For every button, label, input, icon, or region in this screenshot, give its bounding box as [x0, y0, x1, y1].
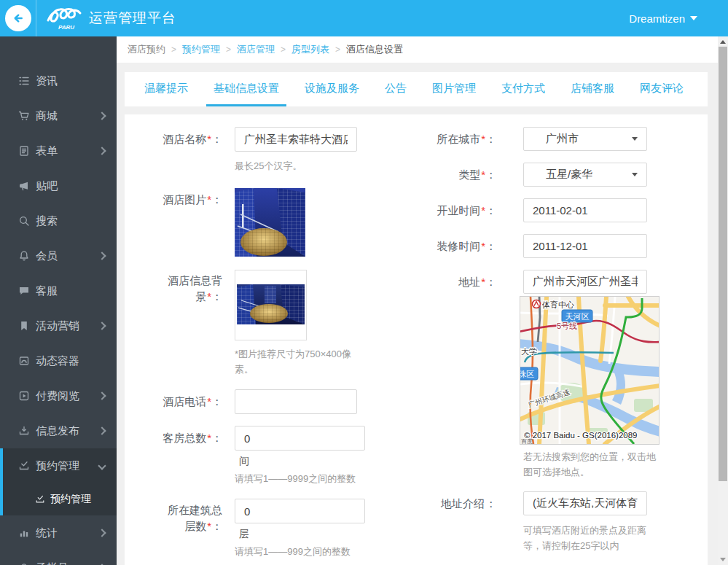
account-icon	[18, 562, 30, 565]
chevron-right-icon	[98, 426, 106, 435]
sidebar-item-label: 搜索	[36, 214, 58, 228]
breadcrumb-separator: >	[335, 44, 340, 55]
floor-total-unit: 层	[239, 528, 249, 541]
user-menu[interactable]: Dreamtizen	[629, 0, 697, 36]
publish-icon	[18, 425, 30, 437]
sidebar: 资讯商城表单贴吧搜索会员客服活动营销动态容器付费阅览信息发布预约管理预约管理统计…	[0, 36, 117, 565]
sidebar-item-6[interactable]: 客服	[0, 273, 117, 308]
sidebar-item-label: 信息发布	[36, 424, 79, 438]
tab-0[interactable]: 温馨提示	[137, 72, 195, 106]
sidebar-item-3[interactable]: 贴吧	[0, 168, 117, 203]
address-input[interactable]	[523, 270, 647, 294]
cart-icon	[18, 110, 30, 122]
sidebar-item-5[interactable]: 会员	[0, 238, 117, 273]
stats-icon	[18, 527, 30, 539]
breadcrumb-item-4: 酒店信息设置	[346, 43, 403, 56]
sidebar-item-13[interactable]: 子帐号	[0, 550, 117, 565]
sidebar-item-label: 统计	[36, 526, 58, 540]
hotel-bg-label: 酒店信息背景*：	[158, 273, 222, 305]
sidebar-item-4[interactable]: 搜索	[0, 203, 117, 238]
room-total-input[interactable]	[235, 426, 365, 451]
map-label-line5: 5号线	[557, 322, 577, 330]
breadcrumb-item-1[interactable]: 预约管理	[182, 43, 220, 56]
hotel-phone-input[interactable]	[235, 389, 357, 414]
hotel-info-form: 酒店名称*： 最长25个汉字。 酒店图片*：	[125, 114, 708, 565]
chevron-right-icon	[98, 322, 106, 330]
app-window: PARU 运营管理平台 Dreamtizen 资讯商城表单贴吧搜索会员客服活动营…	[0, 0, 728, 565]
renovate-date-input[interactable]	[523, 234, 647, 258]
tab-5[interactable]: 支付方式	[494, 72, 552, 106]
sidebar-item-label: 资讯	[36, 74, 58, 88]
sidebar-item-10[interactable]: 信息发布	[0, 413, 117, 448]
brand: PARU 运营管理平台	[47, 0, 176, 36]
scrollbar-thumb[interactable]	[719, 47, 727, 481]
scroll-down-arrow-icon[interactable]	[720, 558, 726, 561]
open-date-input[interactable]	[523, 198, 647, 222]
address-intro-input[interactable]	[523, 491, 647, 515]
sidebar-item-2[interactable]: 表单	[0, 133, 117, 168]
sidebar-item-label: 贴吧	[36, 179, 58, 193]
map-label-university: 大学	[521, 347, 537, 356]
sidebar-item-9[interactable]: 付费阅览	[0, 378, 117, 413]
breadcrumb-separator: >	[171, 44, 176, 55]
scroll-up-arrow-icon[interactable]	[720, 40, 726, 44]
city-select[interactable]: 广州市	[523, 127, 647, 151]
hotel-bg-photo[interactable]	[235, 270, 307, 340]
back-arrow-icon	[12, 12, 25, 25]
hotel-photo[interactable]	[235, 188, 305, 257]
form-icon	[18, 145, 30, 157]
map-hint: 若无法搜索到您的位置，双击地图可选择地点。	[523, 449, 660, 480]
breadcrumb: 酒店预约>预约管理>酒店管理>房型列表>酒店信息设置	[117, 36, 718, 63]
vertical-scrollbar[interactable]	[718, 36, 728, 565]
room-total-unit: 间	[239, 455, 249, 468]
sidebar-item-0[interactable]: 资讯	[0, 63, 117, 98]
tab-bar: 温馨提示基础信息设置设施及服务公告图片管理支付方式店铺客服网友评论	[125, 72, 708, 106]
address-label: 地址*：	[409, 270, 496, 294]
type-select-caret-icon	[632, 173, 638, 176]
hotel-name-hint: 最长25个汉字。	[235, 158, 302, 174]
sidebar-item-label: 动态容器	[36, 354, 79, 368]
breadcrumb-item-3[interactable]: 房型列表	[291, 43, 329, 56]
breadcrumb-item-0: 酒店预约	[128, 43, 165, 56]
chevron-right-icon	[98, 112, 106, 120]
chevron-right-icon	[98, 529, 106, 537]
back-button[interactable]	[5, 5, 31, 31]
sidebar-item-label: 会员	[36, 249, 58, 263]
type-select[interactable]: 五星/豪华	[523, 163, 647, 187]
floor-total-input[interactable]	[235, 499, 365, 523]
search-icon	[18, 215, 30, 227]
map-label-stadium: 体育中心	[541, 300, 574, 309]
map-label-district2: 珠区	[520, 370, 534, 378]
chat-icon	[18, 285, 30, 297]
bell-icon	[18, 250, 30, 262]
tab-7[interactable]: 网友评论	[633, 72, 691, 106]
sidebar-item-11[interactable]: 预约管理	[0, 448, 117, 483]
sidebar-subitem-11-0[interactable]: 预约管理	[0, 483, 117, 515]
hotel-name-input[interactable]	[235, 127, 357, 152]
baidu-map[interactable]: 体育中心 天河区 5号线 大学 珠区 广州环城高速 百度 © 2017 Baid…	[520, 296, 659, 445]
room-total-label: 客房总数*：	[158, 426, 222, 451]
chevron-down-icon	[98, 461, 106, 469]
city-select-value: 广州市	[546, 132, 632, 146]
tab-4[interactable]: 图片管理	[425, 72, 483, 106]
sidebar-item-8[interactable]: 动态容器	[0, 343, 117, 378]
brand-logo-subtext: PARU	[58, 24, 74, 31]
tab-2[interactable]: 设施及服务	[297, 72, 367, 106]
user-name: Dreamtizen	[629, 12, 685, 25]
brand-title: 运营管理平台	[89, 9, 176, 28]
map-label-district: 天河区	[565, 312, 590, 321]
tab-6[interactable]: 店铺客服	[563, 72, 622, 106]
tab-1[interactable]: 基础信息设置	[206, 72, 286, 106]
sidebar-item-label: 表单	[36, 144, 58, 158]
sidebar-item-12[interactable]: 统计	[0, 515, 117, 550]
type-label: 类型*：	[409, 163, 496, 187]
floor-total-label: 所在建筑总层数*：	[158, 502, 222, 534]
sidebar-item-1[interactable]: 商城	[0, 98, 117, 133]
city-select-caret-icon	[632, 137, 638, 141]
sidebar-item-label: 预约管理	[36, 459, 79, 473]
tab-3[interactable]: 公告	[377, 72, 414, 106]
hotel-image-label: 酒店图片*：	[158, 187, 222, 212]
sidebar-item-7[interactable]: 活动营销	[0, 308, 117, 343]
breadcrumb-item-2[interactable]: 酒店管理	[237, 43, 275, 56]
sidebar-item-label: 客服	[36, 284, 58, 298]
